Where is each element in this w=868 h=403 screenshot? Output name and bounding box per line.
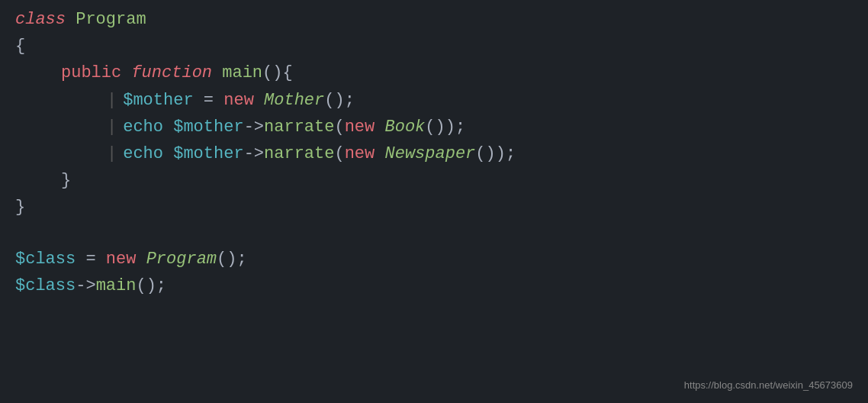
code-line-5: | echo $mother -> narrate ( new Book ())… xyxy=(15,114,853,140)
blank-line xyxy=(15,221,853,246)
paren-narrate-1-open: ( xyxy=(334,114,344,140)
arrow-1: -> xyxy=(244,114,264,140)
open-brace-outer: { xyxy=(15,33,25,60)
method-main: main xyxy=(96,272,137,299)
code-line-6: | echo $mother -> narrate ( new Newspape… xyxy=(15,140,853,167)
keyword-new-1: new xyxy=(223,87,254,114)
keyword-echo-2: echo xyxy=(123,140,163,167)
paren-open: (){ xyxy=(262,60,293,86)
class-newspaper: Newspaper xyxy=(384,140,475,167)
code-line-7: } xyxy=(15,167,853,194)
keyword-echo-1: echo xyxy=(123,114,163,140)
code-line-3: public function main (){ xyxy=(15,60,853,86)
var-mother: $mother xyxy=(123,87,193,114)
code-line-11: $class -> main (); xyxy=(15,272,853,299)
keyword-public: public xyxy=(61,60,121,86)
class-mother: Mother xyxy=(264,87,324,114)
paren-program: (); xyxy=(217,246,247,272)
var-mother-3: $mother xyxy=(173,140,243,167)
code-line-8: } xyxy=(15,194,853,221)
class-book: Book xyxy=(384,114,425,140)
close-brace-outer: } xyxy=(15,194,25,221)
var-class: $class xyxy=(15,246,76,272)
code-line-1: class Program xyxy=(15,6,853,33)
var-mother-2: $mother xyxy=(173,114,243,140)
var-class-2: $class xyxy=(15,272,76,299)
paren-newspaper: ()); xyxy=(475,140,516,167)
paren-mother: (); xyxy=(324,87,355,114)
vertical-bar-3: | xyxy=(107,140,117,167)
keyword-new-2: new xyxy=(345,114,375,140)
close-brace-inner: } xyxy=(61,167,71,194)
code-line-2: { xyxy=(15,33,853,60)
vertical-bar-2: | xyxy=(107,114,117,140)
arrow-3: -> xyxy=(76,272,95,299)
keyword-new-4: new xyxy=(106,246,137,272)
operator-eq: = xyxy=(204,87,214,114)
code-block: class Program { public function main (){… xyxy=(0,0,868,307)
operator-eq-2: = xyxy=(85,246,95,272)
paren-main: (); xyxy=(136,272,166,299)
paren-book: ()); xyxy=(425,114,465,140)
keyword-new-3: new xyxy=(345,140,375,167)
method-narrate-1: narrate xyxy=(264,114,334,140)
code-line-4: | $mother = new Mother (); xyxy=(15,87,853,114)
keyword-function: function xyxy=(131,60,212,86)
code-line-10: $class = new Program (); xyxy=(15,246,853,272)
func-name-main: main xyxy=(222,60,262,86)
method-narrate-2: narrate xyxy=(264,140,334,167)
paren-narrate-2-open: ( xyxy=(334,140,344,167)
arrow-2: -> xyxy=(244,140,264,167)
watermark: https://blog.csdn.net/weixin_45673609 xyxy=(684,378,853,394)
class-name-program: Program xyxy=(76,6,146,33)
keyword-class: class xyxy=(15,6,66,33)
class-program-new: Program xyxy=(146,246,217,272)
vertical-bar-1: | xyxy=(107,87,117,114)
